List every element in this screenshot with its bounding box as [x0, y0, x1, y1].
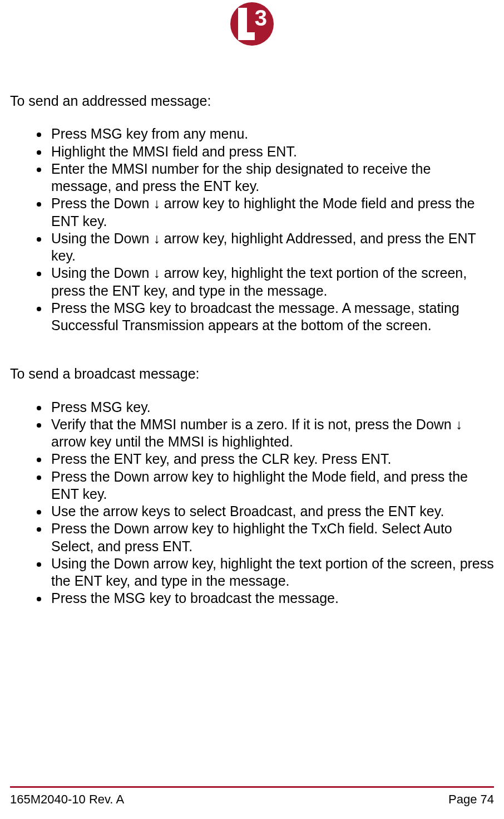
section1-list: Press MSG key from any menu. Highlight t…	[10, 125, 494, 334]
list-item: Verify that the MMSI number is a zero. I…	[49, 416, 494, 451]
list-item: Press the Down arrow key to highlight th…	[49, 468, 494, 503]
document-page: 3 To send an addressed message: Press MS…	[0, 0, 504, 819]
footer: 165M2040-10 Rev. A Page 74	[10, 792, 494, 807]
section2-list: Press MSG key. Verify that the MMSI numb…	[10, 399, 494, 607]
section1-intro: To send an addressed message:	[10, 92, 494, 110]
list-item: Press the MSG key to broadcast the messa…	[49, 300, 494, 335]
list-item: Use the arrow keys to select Broadcast, …	[49, 503, 494, 520]
list-item: Enter the MMSI number for the ship desig…	[49, 160, 494, 195]
list-item: Using the Down ↓ arrow key, highlight Ad…	[49, 230, 494, 265]
footer-divider	[10, 786, 494, 788]
logo-container: 3	[0, 0, 504, 48]
list-item: Press MSG key from any menu.	[49, 125, 494, 143]
list-item: Press MSG key.	[49, 399, 494, 416]
list-item: Highlight the MMSI field and press ENT.	[49, 143, 494, 160]
list-item: Press the ENT key, and press the CLR key…	[49, 450, 494, 468]
l3-logo-icon: 3	[230, 2, 274, 46]
list-item: Using the Down ↓ arrow key, highlight th…	[49, 264, 494, 300]
section2-intro: To send a broadcast message:	[10, 365, 494, 382]
footer-page-number: Page 74	[448, 792, 494, 807]
logo-digit-3: 3	[255, 7, 267, 29]
list-item: Press the MSG key to broadcast the messa…	[49, 590, 494, 607]
footer-doc-id: 165M2040-10 Rev. A	[10, 792, 124, 807]
logo-letter-l	[238, 8, 255, 40]
list-item: Press the Down ↓ arrow key to highlight …	[49, 195, 494, 230]
document-body: To send an addressed message: Press MSG …	[0, 48, 504, 607]
list-item: Using the Down arrow key, highlight the …	[49, 555, 494, 590]
list-item: Press the Down arrow key to highlight th…	[49, 520, 494, 555]
